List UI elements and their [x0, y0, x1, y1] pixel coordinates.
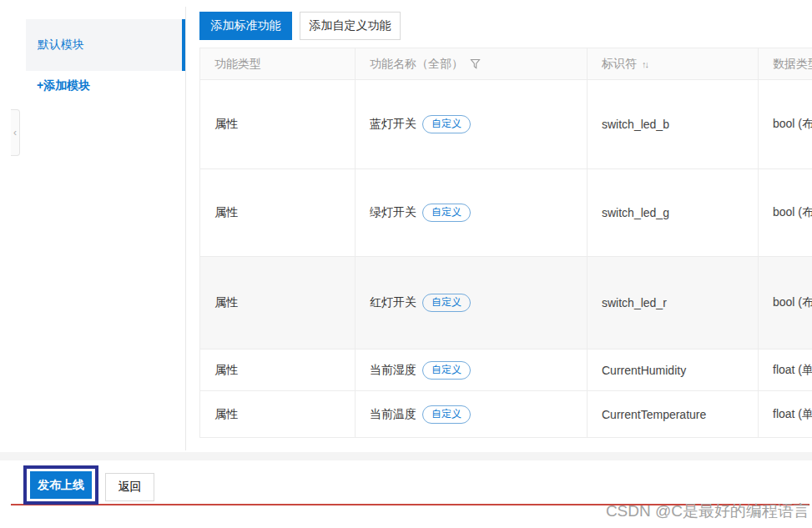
- publish-button[interactable]: 发布上线: [30, 471, 92, 499]
- cell-identifier: switch_led_r: [588, 257, 759, 349]
- custom-badge[interactable]: 自定义: [422, 405, 471, 424]
- table-row[interactable]: 属性 蓝灯开关 自定义 switch_led_b bool (布尔型): [200, 80, 812, 169]
- cell-function-type: 属性: [200, 257, 356, 349]
- cell-identifier: CurrentTemperature: [588, 391, 759, 437]
- cell-datatype: float (单精度浮点型): [759, 391, 812, 437]
- cell-identifier: CurrentHumidity: [588, 349, 759, 390]
- custom-badge[interactable]: 自定义: [422, 294, 471, 312]
- cell-function-name: 当前温度 自定义: [356, 391, 588, 437]
- csdn-watermark: CSDN @C是最好的编程语言: [606, 500, 809, 522]
- cell-function-name: 红灯开关 自定义: [356, 257, 588, 349]
- add-module-link[interactable]: +添加模块: [37, 78, 90, 93]
- cell-function-name: 当前湿度 自定义: [356, 349, 588, 390]
- cell-datatype: bool (布尔型): [759, 80, 812, 168]
- col-header-datatype: 数据类型: [759, 48, 812, 79]
- filter-funnel-icon[interactable]: [470, 58, 481, 70]
- add-custom-function-button[interactable]: 添加自定义功能: [300, 12, 401, 40]
- cell-identifier: switch_led_g: [588, 169, 759, 256]
- cell-identifier: switch_led_b: [588, 80, 759, 168]
- cell-datatype: bool (布尔型): [759, 169, 812, 256]
- table-row[interactable]: 属性 当前湿度 自定义 CurrentHumidity float (单精度浮点…: [200, 349, 812, 391]
- col-header-function-name: 功能名称（全部）: [356, 48, 588, 79]
- module-item-label: 默认模块: [38, 38, 84, 53]
- footer-divider-band: [0, 452, 812, 460]
- cell-function-name: 绿灯开关 自定义: [356, 169, 588, 256]
- table-row[interactable]: 属性 当前温度 自定义 CurrentTemperature float (单精…: [200, 391, 812, 438]
- back-button[interactable]: 返回: [105, 473, 154, 501]
- publish-annotation-highlight: 发布上线: [23, 465, 98, 505]
- sidebar-divider: [185, 7, 186, 450]
- active-indicator-bar: [182, 19, 185, 71]
- col-header-identifier: 标识符 ↑↓: [588, 48, 759, 79]
- custom-badge[interactable]: 自定义: [422, 204, 471, 222]
- custom-badge[interactable]: 自定义: [422, 115, 471, 133]
- sort-icon[interactable]: ↑↓: [642, 59, 648, 69]
- cell-function-type: 属性: [200, 391, 356, 437]
- feature-table: 功能类型 功能名称（全部） 标识符 ↑↓ 数据类型 属性: [199, 48, 812, 438]
- table-body: 属性 蓝灯开关 自定义 switch_led_b bool (布尔型) 属性 绿…: [200, 80, 812, 438]
- add-standard-function-button[interactable]: 添加标准功能: [199, 12, 292, 40]
- custom-badge[interactable]: 自定义: [422, 361, 471, 380]
- sidebar-collapse-handle[interactable]: ‹: [11, 109, 20, 156]
- table-row[interactable]: 属性 绿灯开关 自定义 switch_led_g bool (布尔型): [200, 169, 812, 257]
- cell-function-type: 属性: [200, 349, 356, 390]
- chevron-left-icon: ‹: [13, 127, 17, 138]
- sidebar-item-default-module[interactable]: 默认模块: [26, 19, 185, 71]
- cell-datatype: bool (布尔型): [759, 257, 812, 349]
- cell-datatype: float (单精度浮点型): [759, 349, 812, 390]
- cell-function-type: 属性: [200, 80, 356, 168]
- cell-function-type: 属性: [200, 169, 356, 256]
- cell-function-name: 蓝灯开关 自定义: [356, 80, 588, 168]
- toolbar: 添加标准功能 添加自定义功能: [199, 12, 401, 40]
- table-row[interactable]: 属性 红灯开关 自定义 switch_led_r bool (布尔型): [200, 257, 812, 349]
- col-header-function-type: 功能类型: [200, 48, 356, 79]
- table-header-row: 功能类型 功能名称（全部） 标识符 ↑↓ 数据类型: [200, 48, 812, 80]
